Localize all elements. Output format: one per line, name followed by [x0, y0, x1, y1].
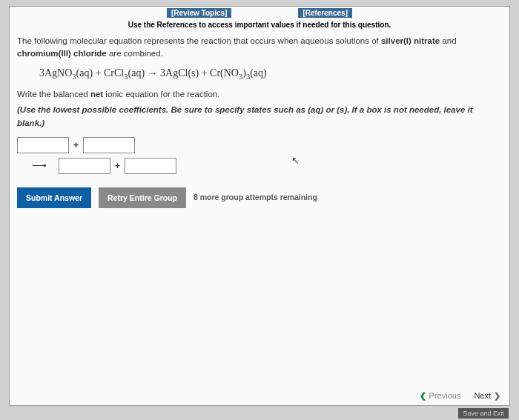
- task-bold: net: [90, 90, 103, 99]
- intro-bold-2: chromium(III) chloride: [17, 49, 107, 58]
- save-and-exit-button[interactable]: Save and Exit: [458, 408, 509, 419]
- task-prompt: Write the balanced net ionic equation fo…: [17, 88, 502, 101]
- reactants-row: +: [17, 137, 502, 153]
- reference-hint: Use the References to access important v…: [10, 21, 509, 29]
- next-button[interactable]: Next: [474, 391, 500, 401]
- molecular-equation: 3AgNO3(aq) + CrCl3(aq) → 3AgCl(s) + Cr(N…: [39, 65, 502, 83]
- reactant-input-1[interactable]: [17, 137, 69, 153]
- top-links: [Review Topics] [References]: [10, 7, 509, 18]
- cursor-icon: ↖: [291, 155, 300, 166]
- products-row: ⟶ +: [17, 158, 502, 174]
- button-row: Submit Answer Retry Entire Group 8 more …: [17, 187, 502, 208]
- retry-group-button[interactable]: Retry Entire Group: [99, 187, 186, 208]
- submit-answer-button[interactable]: Submit Answer: [17, 187, 91, 208]
- references-link[interactable]: [References]: [298, 8, 352, 18]
- intro-bold-1: silver(I) nitrate: [381, 36, 440, 45]
- intro-text-2: and: [440, 36, 456, 45]
- question-content: The following molecular equation represe…: [10, 35, 509, 208]
- review-topics-link[interactable]: [Review Topics]: [167, 8, 231, 18]
- task-text-2: ionic equation for the reaction.: [103, 90, 219, 99]
- arrow-symbol: ⟶: [32, 158, 47, 173]
- intro-text-3: are combined.: [107, 49, 163, 58]
- previous-button[interactable]: Previous: [420, 391, 461, 401]
- product-input-1[interactable]: [59, 158, 110, 174]
- attempts-remaining: 8 more group attempts remaining: [194, 192, 317, 204]
- task-text-1: Write the balanced: [17, 90, 90, 99]
- question-panel: [Review Topics] [References] Use the Ref…: [9, 6, 510, 406]
- question-intro: The following molecular equation represe…: [17, 35, 502, 61]
- reactant-input-2[interactable]: [83, 137, 135, 153]
- product-input-2[interactable]: [125, 158, 176, 174]
- nav-footer: Previous Next: [420, 391, 500, 401]
- plus-symbol-2: +: [115, 159, 120, 173]
- intro-text-1: The following molecular equation represe…: [17, 36, 381, 45]
- coefficient-hint: (Use the lowest possible coefficients. B…: [17, 104, 502, 130]
- plus-symbol-1: +: [73, 139, 79, 152]
